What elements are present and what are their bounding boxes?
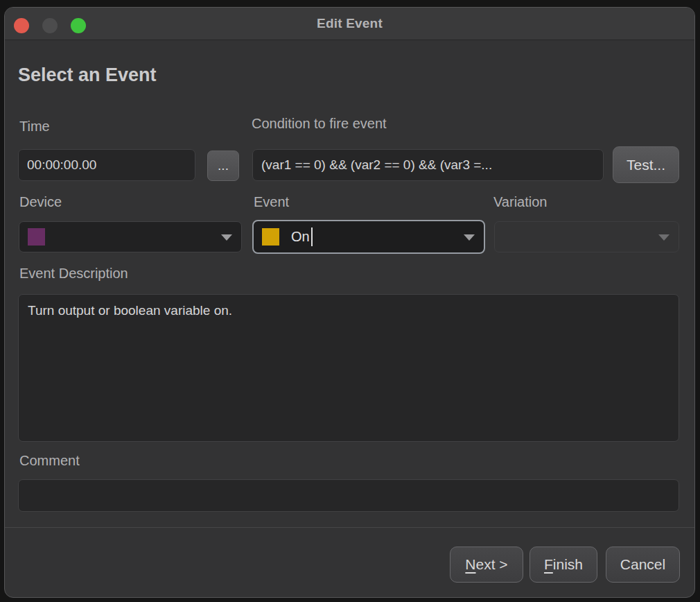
window-title: Edit Event [5, 16, 694, 31]
comment-label: Comment [19, 453, 80, 469]
cancel-button[interactable]: Cancel [606, 547, 680, 583]
footer-divider [5, 527, 694, 528]
finish-button[interactable]: Finish [530, 547, 597, 583]
condition-test-button[interactable]: Test... [613, 146, 679, 183]
next-button-mnemonic: N [465, 556, 475, 572]
condition-input[interactable] [252, 149, 604, 181]
variation-label: Variation [493, 194, 547, 210]
description-textarea[interactable]: Turn output or boolean variable on. [18, 294, 679, 442]
condition-label: Condition to fire event [252, 116, 387, 132]
page-title: Select an Event [18, 64, 157, 86]
time-browse-button[interactable]: ... [207, 150, 239, 181]
time-label: Time [19, 119, 50, 135]
device-label: Device [19, 194, 62, 210]
chevron-down-icon [221, 234, 232, 241]
event-color-swatch [262, 228, 279, 246]
cancel-button-label: Cancel [620, 556, 665, 572]
text-cursor [311, 227, 313, 246]
finish-button-mnemonic: F [544, 556, 553, 572]
next-button-label: ext > [476, 556, 508, 572]
comment-input[interactable] [18, 479, 679, 512]
finish-button-label: inish [553, 556, 583, 572]
event-dropdown[interactable]: On [252, 220, 485, 254]
description-label: Event Description [19, 266, 128, 282]
device-dropdown[interactable] [19, 221, 242, 252]
chevron-down-icon [658, 234, 670, 241]
event-label: Event [254, 194, 289, 210]
next-button[interactable]: Next > [450, 547, 523, 583]
time-input[interactable] [18, 149, 195, 181]
device-color-swatch [28, 228, 45, 246]
chevron-down-icon [464, 234, 475, 241]
title-bar[interactable]: Edit Event [5, 8, 694, 40]
variation-dropdown [494, 221, 679, 252]
edit-event-dialog: Edit Event Select an Event Time ... Cond… [4, 7, 695, 598]
event-value: On [291, 229, 310, 245]
